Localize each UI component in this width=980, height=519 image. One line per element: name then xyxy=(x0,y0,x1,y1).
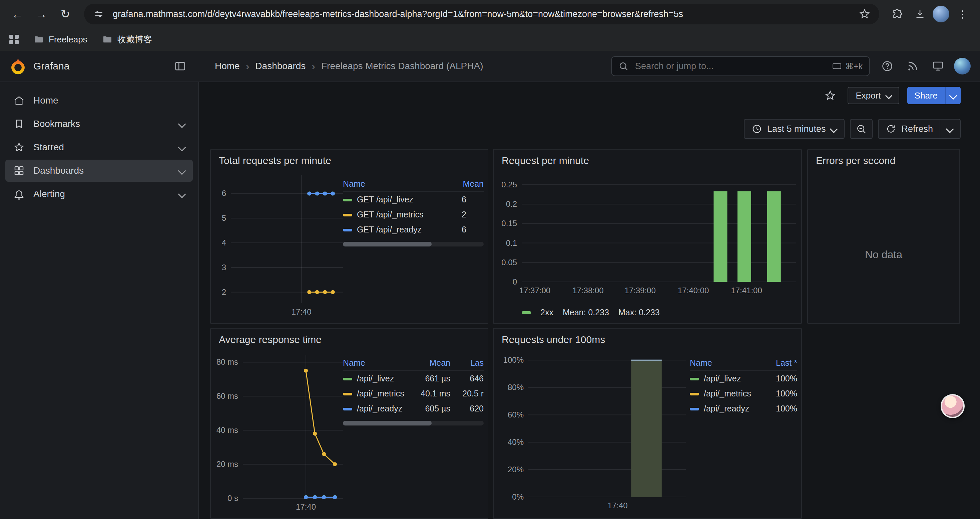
grafana-header: Grafana Home › Dashboards › Freeleaps Me… xyxy=(0,51,980,82)
bookmark-folder-freeleaps[interactable]: Freeleaps xyxy=(33,34,88,45)
series-name[interactable]: 2xx xyxy=(540,308,554,317)
legend-scrollbar[interactable] xyxy=(343,421,484,425)
share-button-label[interactable]: Share xyxy=(907,87,945,104)
panel-errors-per-second: Errors per second No data xyxy=(807,149,960,324)
series-name[interactable]: /api/_livez xyxy=(343,371,406,386)
series-name[interactable]: GET /api/_metrics xyxy=(343,207,444,222)
chevron-down-icon[interactable] xyxy=(178,190,186,198)
panel-requests-under-100ms: Requests under 100ms 100%80%60%40%20%0%1… xyxy=(493,328,802,519)
legend-row: 2xx Mean: 0.233 Max: 0.233 xyxy=(522,308,660,317)
sidebar-item-label: Starred xyxy=(33,142,64,153)
back-icon[interactable]: ← xyxy=(7,3,28,25)
sidebar-item-starred[interactable]: Starred xyxy=(5,136,193,158)
legend-column-header[interactable]: Name xyxy=(343,355,406,371)
sidebar-item-dashboards[interactable]: Dashboards xyxy=(5,160,193,182)
chevron-down-icon[interactable] xyxy=(178,120,186,128)
search-shortcut: ⌘+k xyxy=(832,61,862,71)
share-button[interactable]: Share xyxy=(907,87,961,104)
series-name[interactable]: GET /api/_livez xyxy=(343,192,444,207)
series-swatch xyxy=(690,393,699,395)
svg-text:17:40: 17:40 xyxy=(291,307,312,316)
downloads-icon[interactable] xyxy=(910,4,930,24)
bookmark-star-icon[interactable] xyxy=(858,4,871,24)
legend-row: GET /api/_readyz6 xyxy=(343,222,484,237)
chevron-down-icon[interactable] xyxy=(178,143,186,151)
news-rss-icon[interactable] xyxy=(903,57,922,75)
help-icon[interactable] xyxy=(878,57,897,75)
series-name[interactable]: /api/_readyz xyxy=(343,401,406,416)
series-name[interactable]: /api/_metrics xyxy=(343,386,406,401)
sidebar-item-bookmarks[interactable]: Bookmarks xyxy=(5,113,193,135)
panel-title[interactable]: Average response time xyxy=(211,329,488,345)
share-menu-caret[interactable] xyxy=(945,87,961,104)
site-settings-icon[interactable] xyxy=(92,4,105,24)
dashboard-actions: Export Share xyxy=(821,86,961,105)
breadcrumb-dashboards[interactable]: Dashboards xyxy=(255,61,305,72)
svg-text:17:38:00: 17:38:00 xyxy=(573,286,603,295)
zoom-out-button[interactable] xyxy=(850,119,873,139)
legend-row: /api/_readyz605 µs620 xyxy=(343,401,484,416)
series-max: Max: 0.233 xyxy=(619,308,660,317)
svg-text:0.1: 0.1 xyxy=(506,238,517,248)
refresh-button[interactable]: Refresh xyxy=(878,119,961,139)
time-controls: Last 5 minutes Refresh xyxy=(744,119,961,139)
legend-scrollbar[interactable] xyxy=(343,242,484,246)
export-button[interactable]: Export xyxy=(848,87,899,104)
line-chart-canvas[interactable]: 6543217:40 xyxy=(213,168,347,319)
apps-icon[interactable] xyxy=(10,35,19,44)
panel-title[interactable]: Request per minute xyxy=(494,150,801,166)
legend-column-header[interactable]: Mean xyxy=(444,176,484,192)
legend-column-header[interactable]: Mean xyxy=(406,355,450,371)
chevron-down-icon xyxy=(949,91,957,99)
series-swatch xyxy=(522,311,531,314)
panel-request-per-minute: Request per minute 0.250.20.150.10.05017… xyxy=(493,149,802,324)
bar-chart-canvas[interactable]: 0.250.20.150.10.05017:37:0017:38:0017:39… xyxy=(496,168,800,305)
address-bar[interactable] xyxy=(84,4,879,24)
grafana-logo[interactable] xyxy=(10,57,27,75)
sidebar-item-alerting[interactable]: Alerting xyxy=(5,183,193,205)
browser-menu-icon[interactable]: ⋮ xyxy=(952,3,973,25)
svg-text:0: 0 xyxy=(513,277,517,286)
bookmark-folder-blogs[interactable]: 收藏博客 xyxy=(102,34,152,45)
panel-title[interactable]: Errors per second xyxy=(808,150,959,166)
chevron-right-icon: › xyxy=(312,61,315,72)
svg-text:17:40: 17:40 xyxy=(608,501,628,510)
series-name[interactable]: /api/_readyz xyxy=(690,401,760,416)
browser-profile-avatar[interactable] xyxy=(932,6,949,22)
legend-column-header[interactable]: Last * xyxy=(760,355,797,371)
time-range-picker[interactable]: Last 5 minutes xyxy=(744,119,845,139)
legend-column-header[interactable]: Name xyxy=(343,176,444,192)
svg-text:17:40: 17:40 xyxy=(296,502,316,511)
search-box[interactable]: ⌘+k xyxy=(611,56,870,76)
browser-toolbar: ← → ↻ xyxy=(0,0,980,28)
breadcrumb-home[interactable]: Home xyxy=(215,61,240,72)
legend-column-header[interactable]: Name xyxy=(690,355,760,371)
series-mean: Mean: 0.233 xyxy=(563,308,609,317)
series-name[interactable]: GET /api/_readyz xyxy=(343,222,444,237)
panel-title[interactable]: Total requests per minute xyxy=(211,150,488,166)
reload-icon[interactable]: ↻ xyxy=(55,3,76,25)
legend-column-header[interactable]: Las xyxy=(450,355,484,371)
search-input[interactable] xyxy=(634,61,827,72)
monitor-icon[interactable] xyxy=(929,57,947,75)
sidebar-item-label: Dashboards xyxy=(33,165,84,176)
bar-chart-canvas[interactable]: 100%80%60%40%20%0%17:40 xyxy=(496,347,690,517)
sidebar-item-home[interactable]: Home xyxy=(5,89,193,112)
line-chart-canvas[interactable]: 80 ms60 ms40 ms20 ms0 s17:40 xyxy=(213,347,347,517)
favorite-star-icon[interactable] xyxy=(821,86,840,105)
panel-title[interactable]: Requests under 100ms xyxy=(494,329,801,345)
forward-icon[interactable]: → xyxy=(31,3,52,25)
url-input[interactable] xyxy=(111,8,852,20)
user-avatar[interactable] xyxy=(954,58,970,75)
folder-icon xyxy=(33,34,44,45)
assistant-avatar[interactable] xyxy=(941,394,965,418)
series-name[interactable]: /api/_livez xyxy=(690,371,760,386)
sidebar-toggle-icon[interactable] xyxy=(171,57,189,75)
series-name[interactable]: /api/_metrics xyxy=(690,386,760,401)
legend-row: /api/_metrics100% xyxy=(690,386,797,401)
series-swatch xyxy=(343,393,352,395)
chevron-down-icon[interactable] xyxy=(178,167,186,175)
legend-row: /api/_readyz100% xyxy=(690,401,797,416)
chevron-down-icon xyxy=(830,125,838,133)
extensions-icon[interactable] xyxy=(887,4,907,24)
